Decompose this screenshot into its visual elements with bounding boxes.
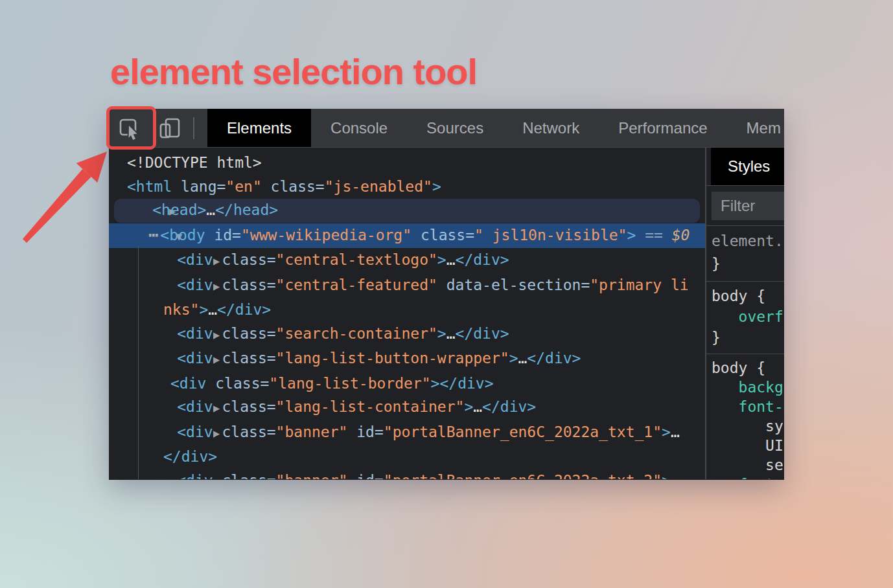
toolbar-divider [193, 117, 194, 139]
dom-tree-row[interactable]: ▶<div class="lang-list-container">…</div… [109, 395, 705, 420]
code-token [213, 472, 222, 480]
code-token: " jsl10n-visible" [474, 227, 627, 243]
dom-tree-row[interactable]: </div> [109, 445, 705, 469]
dom-tree-row[interactable]: <!DOCTYPE html> [109, 151, 705, 175]
inspect-tool-highlight-box [106, 106, 156, 150]
dom-tree-row[interactable]: ▶<div class="banner" id="portalBanner_en… [109, 420, 705, 446]
code-token: <div [177, 398, 213, 415]
annotation-title: element selection tool [110, 51, 477, 93]
device-toolbar-icon[interactable] [157, 115, 183, 141]
style-line[interactable]: se [712, 455, 784, 475]
code-token: "central-featured" [276, 277, 437, 293]
code-token: "lang-list-border" [269, 375, 430, 392]
code-token: class= [421, 227, 474, 243]
style-line[interactable]: } [712, 327, 784, 348]
code-token: class= [271, 178, 325, 195]
dom-tree-row[interactable]: ▶<div class="banner" id="portalBanner_en… [109, 469, 705, 480]
code-token: nks" [163, 301, 199, 318]
styles-filter-row [706, 186, 784, 226]
code-token: </head> [215, 201, 278, 218]
dom-tree-row[interactable]: ▶<head>…</head> [109, 198, 705, 223]
dom-tree-row[interactable]: nks">…</div> [109, 298, 705, 322]
code-token: <div [177, 350, 213, 367]
code-token: "lang-list-button-wrapper" [276, 350, 509, 367]
dom-tree: <!DOCTYPE html><html lang="en" class="js… [109, 148, 705, 479]
dom-tree-row[interactable]: <div class="lang-list-border"></div> [109, 372, 705, 396]
code-token: $0 [672, 227, 690, 243]
code-token [636, 227, 645, 243]
tab-network[interactable]: Network [503, 109, 599, 147]
styles-tabbar: Styles [706, 148, 784, 186]
style-line[interactable]: font- [712, 475, 784, 479]
dom-tree-row[interactable]: ▶<div class="lang-list-button-wrapper">…… [109, 346, 705, 372]
code-token: data-el-section= [446, 277, 590, 293]
code-token: id= [356, 472, 384, 480]
tab-performance[interactable]: Performance [599, 109, 726, 147]
code-token: > [662, 424, 671, 440]
code-token: <head> [152, 201, 206, 218]
devtools-window: ElementsConsoleSourcesNetworkPerformance… [109, 109, 784, 480]
tab-console[interactable]: Console [311, 109, 407, 147]
code-token: … [518, 350, 527, 367]
code-token: id= [214, 227, 241, 243]
code-token [206, 375, 215, 392]
code-token [213, 398, 222, 415]
code-token: "portalBanner_en6C_2022a_txt_2" [384, 472, 662, 480]
style-line[interactable]: sy [712, 416, 784, 436]
annotation-arrow-icon [12, 144, 115, 254]
tab-elements[interactable]: Elements [207, 109, 311, 147]
style-line[interactable]: overf [712, 306, 784, 327]
code-token [347, 424, 356, 440]
code-token: > [432, 178, 441, 195]
style-rule: element.} [706, 226, 784, 282]
style-line[interactable]: body { [712, 358, 784, 378]
code-token: "banner" [276, 424, 348, 440]
code-token: </div> [217, 301, 271, 318]
code-token: class= [222, 277, 276, 293]
dom-tree-row[interactable]: ▶<div class="search-container">…</div> [109, 322, 705, 347]
code-token: "central-textlogo" [276, 251, 437, 268]
code-token: <div [177, 251, 213, 268]
code-token: </div> [482, 398, 536, 415]
style-line[interactable]: body { [712, 286, 784, 306]
style-line[interactable]: font- [712, 397, 784, 416]
tab-styles[interactable]: Styles [711, 148, 784, 185]
code-token [213, 424, 222, 440]
dom-tree-row[interactable]: ▶<div class="central-textlogo">…</div> [109, 248, 705, 273]
code-token: … [671, 472, 680, 480]
code-token: <div [177, 424, 213, 440]
code-token: ></div> [431, 375, 494, 392]
styles-sidebar: Styles element.}body { overf}body { back… [705, 148, 784, 479]
dom-tree-row[interactable]: ⋯▼<body id="www-wikipedia-org" class=" j… [109, 223, 705, 249]
code-token [213, 350, 222, 367]
code-token: <div [170, 375, 206, 392]
code-token: lang= [181, 178, 226, 195]
code-token: "banner" [276, 472, 348, 480]
style-line[interactable]: } [712, 253, 784, 275]
tab-mem[interactable]: Mem [727, 109, 784, 147]
devtools-toolbar: ElementsConsoleSourcesNetworkPerformance… [109, 109, 784, 148]
dom-tree-row[interactable]: ▶<div class="central-featured" data-el-s… [109, 273, 705, 299]
style-line[interactable]: element. [712, 230, 784, 253]
dom-tree-row[interactable]: <html lang="en" class="js-enabled"> [109, 175, 705, 199]
devtools-tabs: ElementsConsoleSourcesNetworkPerformance… [207, 109, 784, 147]
styles-filter-input[interactable] [712, 192, 784, 220]
code-token [213, 325, 222, 342]
styles-rules: element.}body { overf}body { backg font-… [706, 226, 784, 479]
style-rule: body { backg font- sy UI se font- [706, 354, 784, 479]
style-line[interactable]: UI [712, 436, 784, 455]
code-token [205, 227, 215, 243]
style-line[interactable]: backg [712, 378, 784, 397]
more-actions-icon[interactable]: ⋯ [148, 225, 156, 244]
code-token: "lang-list-container" [276, 398, 465, 415]
code-token: "www-wikipedia-org" [241, 227, 412, 243]
code-token: class= [222, 424, 276, 440]
tab-sources[interactable]: Sources [407, 109, 503, 147]
code-token: "portalBanner_en6C_2022a_txt_1" [384, 424, 662, 440]
code-token [172, 178, 181, 195]
code-token: <body [160, 227, 205, 243]
code-token: class= [222, 472, 276, 480]
code-token: > [437, 251, 446, 268]
code-token: "primary li [590, 277, 688, 293]
code-token: class= [222, 350, 276, 367]
